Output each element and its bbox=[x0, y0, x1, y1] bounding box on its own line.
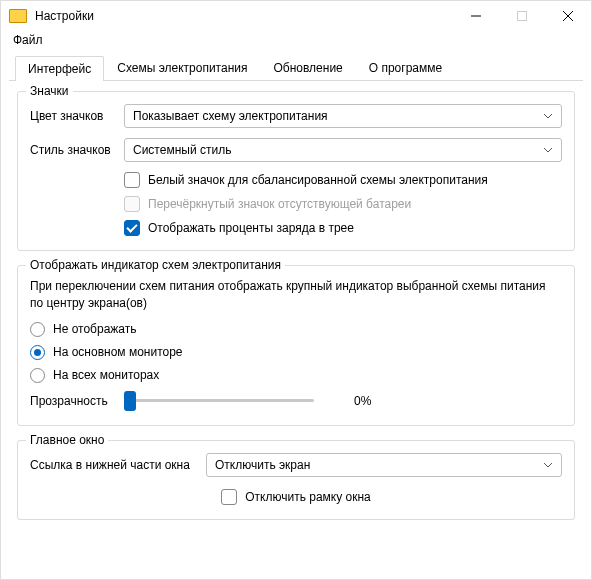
svg-rect-1 bbox=[518, 12, 527, 21]
indicator-description: При переключении схем питания отображать… bbox=[30, 278, 562, 312]
icon-color-select[interactable]: Показывает схему электропитания bbox=[124, 104, 562, 128]
group-main-window-legend: Главное окно bbox=[26, 433, 108, 447]
maximize-button bbox=[499, 1, 545, 31]
group-main-window: Главное окно Ссылка в нижней части окна … bbox=[17, 440, 575, 520]
radio-indicator-all[interactable] bbox=[30, 368, 45, 383]
icon-style-value: Системный стиль bbox=[133, 143, 231, 157]
opacity-label: Прозрачность bbox=[30, 394, 124, 408]
tab-about[interactable]: О программе bbox=[356, 55, 455, 80]
tab-interface[interactable]: Интерфейс bbox=[15, 56, 104, 81]
opacity-slider-thumb[interactable] bbox=[124, 391, 136, 411]
bottom-link-value: Отключить экран bbox=[215, 458, 310, 472]
checkbox-striked-battery bbox=[124, 196, 140, 212]
window-title: Настройки bbox=[35, 9, 453, 23]
checkbox-disable-frame[interactable] bbox=[221, 489, 237, 505]
icon-style-select[interactable]: Системный стиль bbox=[124, 138, 562, 162]
checkbox-disable-frame-label: Отключить рамку окна bbox=[245, 490, 371, 504]
radio-indicator-primary-label: На основном мониторе bbox=[53, 345, 183, 359]
radio-indicator-none-label: Не отображать bbox=[53, 322, 137, 336]
checkbox-show-percent-label: Отображать проценты заряда в трее bbox=[148, 221, 354, 235]
tab-power-plans[interactable]: Схемы электропитания bbox=[104, 55, 260, 80]
opacity-value: 0% bbox=[354, 394, 371, 408]
app-icon bbox=[9, 9, 27, 23]
minimize-button[interactable] bbox=[453, 1, 499, 31]
group-icons-legend: Значки bbox=[26, 84, 73, 98]
chevron-down-icon bbox=[543, 460, 553, 470]
radio-indicator-primary[interactable] bbox=[30, 345, 45, 360]
icon-style-label: Стиль значков bbox=[30, 143, 124, 157]
tab-strip: Интерфейс Схемы электропитания Обновлени… bbox=[9, 55, 583, 81]
chevron-down-icon bbox=[543, 145, 553, 155]
checkbox-white-icon[interactable] bbox=[124, 172, 140, 188]
menu-file[interactable]: Файл bbox=[9, 31, 47, 49]
group-icons: Значки Цвет значков Показывает схему эле… bbox=[17, 91, 575, 251]
checkbox-white-icon-label: Белый значок для сбалансированной схемы … bbox=[148, 173, 488, 187]
group-indicator: Отображать индикатор схем электропитания… bbox=[17, 265, 575, 426]
checkbox-striked-battery-label: Перечёркнутый значок отсутствующей батар… bbox=[148, 197, 411, 211]
chevron-down-icon bbox=[543, 111, 553, 121]
radio-indicator-none[interactable] bbox=[30, 322, 45, 337]
radio-indicator-all-label: На всех мониторах bbox=[53, 368, 159, 382]
opacity-slider[interactable] bbox=[124, 391, 314, 411]
close-button[interactable] bbox=[545, 1, 591, 31]
checkbox-show-percent[interactable] bbox=[124, 220, 140, 236]
icon-color-label: Цвет значков bbox=[30, 109, 124, 123]
tab-update[interactable]: Обновление bbox=[260, 55, 355, 80]
group-indicator-legend: Отображать индикатор схем электропитания bbox=[26, 258, 285, 272]
icon-color-value: Показывает схему электропитания bbox=[133, 109, 328, 123]
bottom-link-select[interactable]: Отключить экран bbox=[206, 453, 562, 477]
bottom-link-label: Ссылка в нижней части окна bbox=[30, 458, 206, 472]
